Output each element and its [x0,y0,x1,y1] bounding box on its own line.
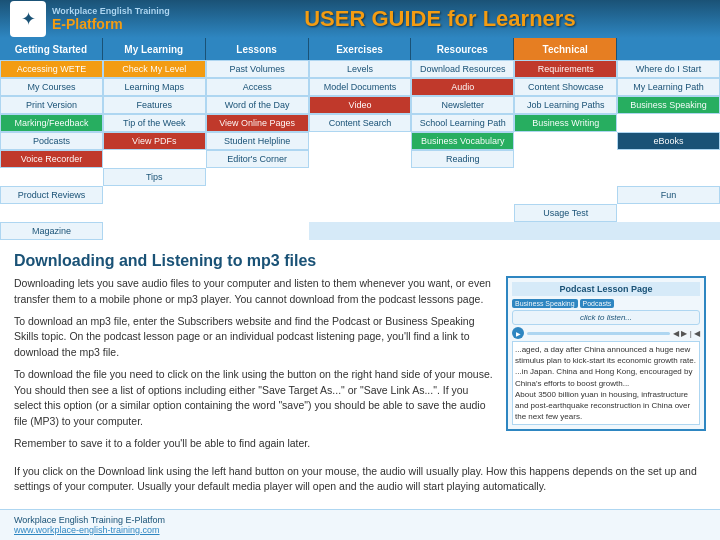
dd-empty-13 [617,168,720,186]
dd-view-pdfs[interactable]: View PDFs [103,132,206,150]
dd-empty-11 [411,168,514,186]
dd-access[interactable]: Access [206,78,309,96]
dd-reading[interactable]: Reading [411,150,514,168]
ss-time: ◀ ▶ | ◀ [673,329,700,338]
dd-accessing-wete[interactable]: Accessing WETE [0,60,103,78]
footer-company: Workplace English Training E-Platfom [14,515,706,525]
dd-empty-22 [309,204,412,222]
ss-row-2: ...in Japan. China and Hong Kong, encour… [515,366,697,388]
nav-exercises[interactable]: Exercises [309,38,412,60]
page-title: Downloading and Listening to mp3 files [14,252,706,270]
para4: Remember to save it to a folder you'll b… [14,436,494,452]
dd-empty-2 [309,132,412,150]
dd-empty-9 [206,168,309,186]
dd-empty-7 [617,150,720,168]
dd-usage-test[interactable]: Usage Test [514,204,617,222]
dd-empty-5 [309,150,412,168]
footer: Workplace English Training E-Platfom www… [0,509,720,540]
dd-magazine[interactable]: Magazine [0,222,103,240]
para5: If you click on the Download link using … [14,464,706,496]
dd-empty-24 [617,204,720,222]
dd-school-learning-path[interactable]: School Learning Path [411,114,514,132]
dd-empty-20 [103,204,206,222]
dd-learning-maps[interactable]: Learning Maps [103,78,206,96]
left-column: Downloading lets you save audio files to… [14,276,494,458]
content-columns: Downloading lets you save audio files to… [14,276,706,458]
dd-content-search[interactable]: Content Search [309,114,412,132]
dd-features[interactable]: Features [103,96,206,114]
dd-print-version[interactable]: Print Version [0,96,103,114]
dd-my-learning-path[interactable]: My Learning Path [617,78,720,96]
dd-product-reviews[interactable]: Product Reviews [0,186,103,204]
dd-tips[interactable]: Tips [103,168,206,186]
dd-empty-25 [103,222,206,240]
dd-my-courses[interactable]: My Courses [0,78,103,96]
ss-btn-2: Podcasts [580,299,615,308]
main-content: Downloading and Listening to mp3 files D… [0,244,720,509]
nav-my-learning[interactable]: My Learning [103,38,206,60]
dd-empty-4 [103,150,206,168]
nav-getting-started[interactable]: Getting Started [0,38,103,60]
dd-business-writing[interactable]: Business Writing [514,114,617,132]
para3: To download the file you need to click o… [14,367,494,430]
dd-empty-15 [206,186,309,204]
screenshot-rows: ...aged, a day after China announced a h… [512,341,700,425]
dd-podcasts[interactable]: Podcasts [0,132,103,150]
dd-empty-3 [514,132,617,150]
logo-top-line: Workplace English Training [52,6,170,16]
dd-video[interactable]: Video [309,96,412,114]
dd-marking-feedback[interactable]: Marking/Feedback [0,114,103,132]
dd-newsletter[interactable]: Newsletter [411,96,514,114]
nav-lessons[interactable]: Lessons [206,38,309,60]
screenshot-nav: Business Speaking Podcasts [512,299,700,308]
dd-model-documents[interactable]: Model Documents [309,78,412,96]
dd-check-my-level[interactable]: Check My Level [103,60,206,78]
ss-listen: click to listen... [512,310,700,325]
dd-empty-1 [617,114,720,132]
dd-empty-18 [514,186,617,204]
dd-empty-23 [411,204,514,222]
dd-ebooks[interactable]: eBooks [617,132,720,150]
ss-row-1: ...aged, a day after China announced a h… [515,344,697,366]
dd-student-helpline[interactable]: Student Helpline [206,132,309,150]
dd-audio[interactable]: Audio [411,78,514,96]
para1: Downloading lets you save audio files to… [14,276,494,308]
dd-empty-14 [103,186,206,204]
right-column: Podcast Lesson Page Business Speaking Po… [506,276,706,458]
dd-empty-6 [514,150,617,168]
dropdown-grid: Accessing WETE Check My Level Past Volum… [0,60,720,240]
dd-editors-corner[interactable]: Editor's Corner [206,150,309,168]
ss-player: ▶ ◀ ▶ | ◀ [512,327,700,339]
ss-row-3: About 3500 billion yuan in housing, infr… [515,389,697,423]
dd-empty-26 [206,222,309,240]
dd-voice-recorder[interactable]: Voice Recorder [0,150,103,168]
nav-technical[interactable]: Technical [514,38,617,60]
dd-requirements[interactable]: Requirements [514,60,617,78]
nav-bar: Getting Started My Learning Lessons Exer… [0,38,720,60]
screenshot-box: Podcast Lesson Page Business Speaking Po… [506,276,706,431]
ss-play-btn: ▶ [512,327,524,339]
dd-download-resources[interactable]: Download Resources [411,60,514,78]
nav-resources[interactable]: Resources [411,38,514,60]
logo-area: ✦ Workplace English Training E-Platform [10,1,170,37]
dd-empty-12 [514,168,617,186]
dd-empty-16 [309,186,412,204]
dd-levels[interactable]: Levels [309,60,412,78]
footer-url[interactable]: www.workplace-english-training.com [14,525,160,535]
para2: To download an mp3 file, enter the Subsc… [14,314,494,361]
dd-tip-of-week[interactable]: Tip of the Week [103,114,206,132]
dd-content-showcase[interactable]: Content Showcase [514,78,617,96]
dd-empty-19 [0,204,103,222]
dd-where-do-i-start[interactable]: Where do I Start [617,60,720,78]
dd-empty-10 [309,168,412,186]
dd-business-speaking[interactable]: Business Speaking [617,96,720,114]
dd-fun[interactable]: Fun [617,186,720,204]
ss-btn-1: Business Speaking [512,299,578,308]
screenshot-title: Podcast Lesson Page [512,282,700,296]
dd-view-online-pages[interactable]: View Online Pages [206,114,309,132]
dd-job-learning-paths[interactable]: Job Learning Paths [514,96,617,114]
dd-past-volumes[interactable]: Past Volumes [206,60,309,78]
dd-word-of-day[interactable]: Word of the Day [206,96,309,114]
dd-business-vocabulary[interactable]: Business Vocabulary [411,132,514,150]
logo-icon: ✦ [10,1,46,37]
